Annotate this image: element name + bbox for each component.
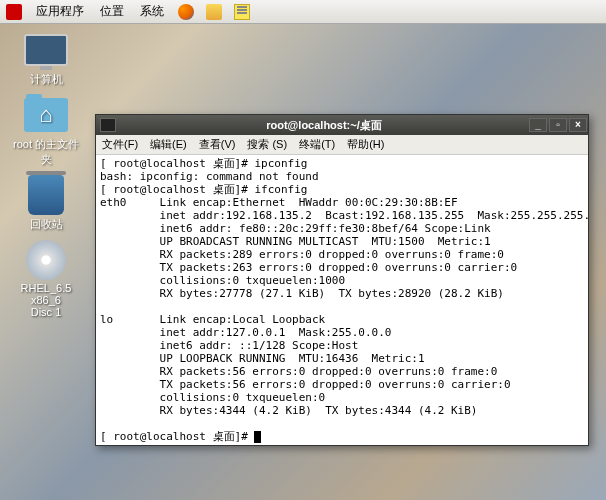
menu-applications[interactable]: 应用程序 [28, 3, 92, 20]
icon-label: 计算机 [8, 72, 84, 87]
menu-edit[interactable]: 编辑(E) [144, 137, 193, 152]
menu-system[interactable]: 系统 [132, 3, 172, 20]
desktop-icon-disc[interactable]: RHEL_6.5 x86_6 Disc 1 [8, 240, 84, 318]
terminal-cursor [254, 431, 261, 443]
monitor-icon [24, 34, 68, 66]
icon-label: RHEL_6.5 x86_6 [8, 282, 84, 306]
window-titlebar[interactable]: root@localhost:~/桌面 _ ▫ × [96, 115, 588, 135]
menu-search[interactable]: 搜索 (S) [241, 137, 293, 152]
desktop-icons: 计算机 ⌂ root 的主文件夹 回收站 RHEL_6.5 x86_6 Disc… [8, 30, 92, 326]
icon-label: Disc 1 [8, 306, 84, 318]
desktop-icon-home[interactable]: ⌂ root 的主文件夹 [8, 95, 84, 167]
notes-icon[interactable] [232, 2, 252, 22]
minimize-button[interactable]: _ [529, 118, 547, 132]
folder-icon: ⌂ [24, 98, 68, 132]
close-button[interactable]: × [569, 118, 587, 132]
mail-icon[interactable] [204, 2, 224, 22]
distro-icon[interactable] [4, 2, 24, 22]
disc-icon [26, 240, 66, 280]
menu-view[interactable]: 查看(V) [193, 137, 242, 152]
terminal-content[interactable]: [ root@localhost 桌面]# ipconfig bash: ipc… [96, 155, 588, 445]
terminal-menubar: 文件(F) 编辑(E) 查看(V) 搜索 (S) 终端(T) 帮助(H) [96, 135, 588, 155]
menu-places[interactable]: 位置 [92, 3, 132, 20]
menu-file[interactable]: 文件(F) [96, 137, 144, 152]
firefox-icon[interactable] [176, 2, 196, 22]
top-panel: 应用程序 位置 系统 [0, 0, 606, 24]
icon-label: root 的主文件夹 [8, 137, 84, 167]
window-title: root@localhost:~/桌面 [120, 118, 528, 133]
maximize-button[interactable]: ▫ [549, 118, 567, 132]
menu-help[interactable]: 帮助(H) [341, 137, 390, 152]
terminal-window: root@localhost:~/桌面 _ ▫ × 文件(F) 编辑(E) 查看… [95, 114, 589, 446]
trash-icon [28, 175, 64, 215]
terminal-icon [100, 118, 116, 132]
desktop-icon-computer[interactable]: 计算机 [8, 30, 84, 87]
menu-terminal[interactable]: 终端(T) [293, 137, 341, 152]
icon-label: 回收站 [8, 217, 84, 232]
desktop-icon-trash[interactable]: 回收站 [8, 175, 84, 232]
